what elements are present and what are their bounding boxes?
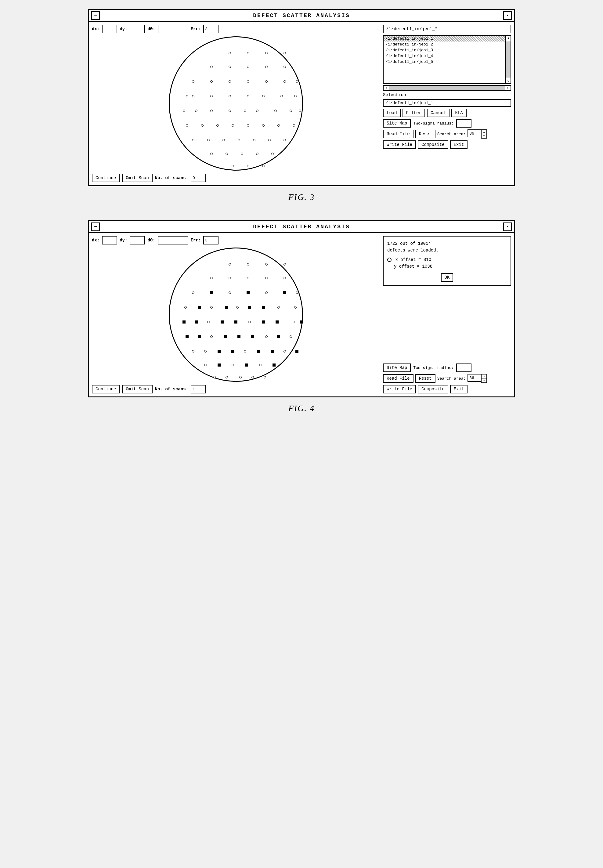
fig3-search-area-spinner[interactable]: ▲ ▽ (467, 129, 487, 139)
fig4-info-circle-icon (387, 258, 391, 262)
fig3-reset-button[interactable]: Reset (415, 130, 436, 138)
fig4-dy-input[interactable] (130, 236, 145, 244)
fig3-right-panel: /1/defect1_in/jeo1_* /1/defect1_in/jeo1_… (383, 25, 511, 182)
fig3-dx-input[interactable] (102, 25, 117, 33)
fig4-no-of-scans-input[interactable] (191, 385, 206, 393)
defect-dot (283, 139, 286, 141)
fig4-search-area-spinner-btns[interactable]: ▲ ▽ (481, 374, 487, 383)
defect-dot (293, 124, 295, 127)
fig3-minimize-button[interactable]: − (91, 11, 100, 20)
fig3-caption: FIG. 3 (288, 192, 315, 202)
fig3-cancel-button[interactable]: Cancel (427, 109, 450, 117)
fig3-search-area-down-button[interactable]: ▽ (482, 134, 486, 138)
fig3-wafer-area (169, 36, 303, 170)
fig3-write-file-button[interactable]: Write File (383, 141, 416, 149)
fig3-hscroll-left-button[interactable]: ◁ (383, 86, 389, 90)
defect-dot (186, 124, 188, 127)
fig3-continue-button[interactable]: Continue (92, 174, 120, 182)
fig3-file-list-item-2[interactable]: /1/defect1_in/jeo1_3 (383, 47, 510, 53)
defect-dot (210, 95, 213, 97)
fig4-close-button[interactable]: • (503, 223, 512, 231)
fig3-kla-button[interactable]: KLA (451, 109, 466, 117)
fig4-err-input[interactable] (203, 236, 218, 244)
fig3-file-list-item-1[interactable]: /1/defect1_in/jeo1_2 (383, 42, 510, 47)
fig3-err-input[interactable] (203, 25, 218, 33)
defect-dot (283, 263, 286, 266)
fig3-hscroll-right-button[interactable]: ▷ (505, 86, 510, 90)
fig4-ok-btn-row: OK (387, 273, 507, 282)
defect-square (237, 335, 240, 338)
fig4-dx-input[interactable] (102, 236, 117, 244)
fig3-exit-button[interactable]: Exit (450, 141, 468, 149)
defect-dot (238, 139, 240, 141)
fig3-site-map-button[interactable]: Site Map (383, 119, 411, 128)
fig3-bottom-row: Continue Omit Scan No. of scans: (92, 174, 380, 182)
defect-square (247, 291, 250, 294)
fig4-read-file-button[interactable]: Read File (383, 374, 413, 383)
fig4-minimize-button[interactable]: − (91, 223, 100, 231)
fig3-filter-button[interactable]: Filter (402, 109, 425, 117)
fig3-selection-label: Selection (383, 93, 511, 97)
defect-dot (244, 110, 246, 112)
fig3-main-content: dx: dy: dΘ: Err: (89, 22, 514, 185)
fig3-omit-scan-button[interactable]: Omit Scan (122, 174, 153, 182)
fig4-dy-label: dy: (120, 238, 127, 243)
defect-dot (289, 110, 292, 112)
fig3-file-list-item-3[interactable]: /1/defect1_in/jeo1_4 (383, 53, 510, 59)
fig4-x-offset-value: 810 (424, 257, 431, 262)
fig4-ok-button[interactable]: OK (441, 273, 453, 282)
defect-square (257, 350, 260, 353)
defect-dot (210, 306, 213, 309)
fig4-search-area-input[interactable] (467, 374, 481, 382)
defect-square (224, 335, 227, 338)
defect-dot (262, 95, 264, 97)
defect-dot (283, 80, 286, 83)
fig3-file-list-item-0[interactable]: /1/defect1_in/jeo1_1 (383, 36, 510, 42)
fig4-search-area-spinner[interactable]: ▲ ▽ (467, 374, 487, 383)
fig4-two-sigma-input[interactable] (456, 364, 472, 372)
fig3-dy-input[interactable] (130, 25, 145, 33)
defect-dot (247, 124, 249, 127)
fig3-scroll-up-button[interactable]: ▲ (506, 36, 511, 41)
fig4-wafer-area (169, 248, 303, 382)
fig3-close-button[interactable]: • (503, 11, 512, 20)
fig4-composite-button[interactable]: Composite (418, 385, 448, 393)
defect-dot (216, 124, 219, 127)
fig4-exit-button[interactable]: Exit (450, 385, 468, 393)
fig4-continue-button[interactable]: Continue (92, 385, 120, 393)
defect-dot (183, 110, 185, 112)
fig4-write-file-button[interactable]: Write File (383, 385, 416, 393)
fig3-file-list-scrollbar[interactable]: ▲ ▽ (505, 36, 510, 83)
defect-square (245, 364, 248, 367)
fig4-info-box: 1722 out of 19014 defects were loaded. x… (383, 236, 511, 286)
fig3-no-of-scans-label: No. of scans: (155, 175, 188, 180)
fig4-site-map-button[interactable]: Site Map (383, 364, 411, 372)
fig3-title-bar: − DEFECT SCATTER ANALYSIS • (89, 10, 514, 22)
fig4-search-area-up-button[interactable]: ▲ (482, 374, 486, 379)
defect-dot (226, 153, 228, 155)
fig4-omit-scan-button[interactable]: Omit Scan (122, 385, 153, 393)
fig3-search-area-spinner-btns[interactable]: ▲ ▽ (481, 129, 487, 139)
fig3-file-list-item-4[interactable]: /1/defect1_in/jeo1_5 (383, 59, 510, 65)
fig4-reset-button[interactable]: Reset (415, 374, 436, 383)
defect-dot (247, 95, 249, 97)
fig3-two-sigma-input[interactable] (456, 119, 472, 128)
fig3-no-of-scans-input[interactable] (191, 174, 206, 182)
fig3-load-button[interactable]: Load (383, 109, 400, 117)
fig4-search-area-down-button[interactable]: ▽ (482, 379, 486, 382)
fig3-search-area-up-button[interactable]: ▲ (482, 130, 486, 134)
defect-dot (192, 291, 194, 294)
fig3-scroll-down-button[interactable]: ▽ (506, 78, 511, 83)
fig4-dtheta-input[interactable] (158, 236, 188, 244)
fig3-read-file-button[interactable]: Read File (383, 130, 413, 138)
fig3-hscroll[interactable]: ◁ ▷ (383, 85, 511, 91)
fig4-left-panel: dx: dy: dΘ: Err: (92, 236, 380, 393)
fig3-file-list[interactable]: /1/defect1_in/jeo1_1 /1/defect1_in/jeo1_… (383, 35, 511, 84)
fig3-dtheta-input[interactable] (158, 25, 188, 33)
defect-dot (283, 350, 286, 353)
fig3-composite-button[interactable]: Composite (418, 141, 448, 149)
fig3-search-area-input[interactable] (467, 129, 481, 137)
defect-dot (192, 350, 194, 353)
defect-square (182, 320, 186, 323)
defect-dot (299, 110, 301, 112)
